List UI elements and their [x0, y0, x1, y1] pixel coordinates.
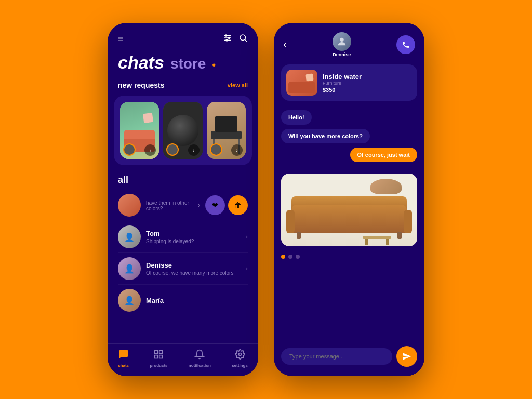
svg-point-13	[340, 38, 343, 42]
message-1: Hello!	[281, 110, 417, 129]
product-price: $350	[323, 87, 362, 93]
send-button[interactable]	[396, 346, 417, 367]
chat-preview-denisse: Of course, we have many more colors	[146, 270, 246, 276]
svg-rect-10	[155, 355, 158, 358]
nav-item-settings[interactable]: settings	[232, 349, 248, 368]
product-name: Inside water	[323, 73, 362, 81]
product-card[interactable]: Inside water Furniture $350	[281, 64, 417, 101]
heart-button[interactable]: ❤	[205, 195, 225, 215]
dots-indicator	[274, 250, 424, 261]
chats-title: chats	[118, 52, 164, 73]
chat-info-first: have them in other colors?	[146, 199, 198, 211]
new-requests-header: new requests view all	[108, 79, 258, 94]
nav-chats-icon	[118, 349, 129, 362]
product-info: Inside water Furniture $350	[323, 73, 362, 93]
request-avatar-3	[210, 143, 222, 156]
svg-line-7	[245, 39, 247, 42]
filter-icon[interactable]	[223, 33, 232, 45]
svg-rect-8	[155, 351, 158, 354]
chat-item-tom[interactable]: 👤 Tom Shipping is delayed? ›	[118, 221, 248, 253]
chat-info-denisse: Denisse Of course, we have many more col…	[146, 261, 246, 276]
sofa-image-card	[281, 174, 417, 246]
sofa-armrest-left	[286, 210, 295, 233]
nav-item-chats[interactable]: chats	[118, 349, 129, 368]
nav-products-label: products	[150, 363, 167, 368]
message-2: Will you have more colors?	[281, 129, 417, 148]
svg-point-12	[238, 353, 241, 356]
new-requests-title: new requests	[118, 81, 164, 89]
header-user: Dennise	[332, 32, 351, 57]
sofa-leg-left	[297, 232, 301, 239]
sofa-armrest-right	[404, 210, 412, 233]
chat-info-maria: María	[146, 297, 248, 304]
product-thumbnail	[286, 70, 317, 96]
all-title: all	[118, 175, 248, 185]
sofa-dog	[370, 179, 402, 194]
request-card-3[interactable]: ›	[207, 102, 246, 159]
request-chevron-3[interactable]: ›	[231, 144, 243, 156]
sofa-visual	[281, 174, 417, 246]
call-button[interactable]	[396, 35, 415, 54]
chat-avatar-denisse: 👤	[118, 257, 141, 280]
nav-settings-label: settings	[232, 363, 248, 368]
request-card-2[interactable]: ›	[163, 102, 202, 159]
nav-notification-icon	[194, 349, 205, 362]
svg-point-5	[226, 39, 228, 41]
chat-header: ‹ Dennise	[274, 23, 424, 62]
chat-item-denisse[interactable]: 👤 Denisse Of course, we have many more c…	[118, 253, 248, 285]
request-chevron-2[interactable]: ›	[188, 144, 200, 156]
request-card-1[interactable]: ›	[120, 102, 159, 159]
chat-name-maria: María	[146, 297, 248, 304]
view-all-link[interactable]: view all	[228, 82, 248, 88]
chat-actions: › ❤ 🗑	[198, 195, 248, 215]
chat-item-maria[interactable]: 👤 María	[118, 285, 248, 316]
message-input[interactable]	[281, 348, 392, 365]
chat-name-tom: Tom	[146, 230, 246, 237]
header-username: Dennise	[332, 52, 351, 57]
trash-button[interactable]: 🗑	[228, 195, 248, 215]
dot-3	[296, 255, 300, 259]
chat-avatar-tom: 👤	[118, 225, 141, 248]
input-area	[274, 341, 424, 376]
request-avatar-1	[123, 143, 136, 156]
chat-avatar-maria: 👤	[118, 289, 141, 312]
search-icon[interactable]	[238, 33, 248, 45]
chat-chevron-tom: ›	[246, 233, 248, 241]
back-icon[interactable]: ‹	[283, 38, 287, 51]
chat-chevron-denisse: ›	[246, 265, 248, 272]
top-bar-right-icons	[223, 33, 248, 45]
header-avatar	[332, 32, 351, 51]
svg-point-4	[229, 37, 230, 39]
sofa-body	[291, 205, 407, 233]
bottom-nav: chats products notificat	[108, 343, 258, 376]
chat-name-denisse: Denisse	[146, 261, 246, 269]
svg-point-6	[240, 35, 246, 41]
left-phone: ≡	[108, 23, 258, 376]
message-bubble-2: Will you have more colors?	[281, 129, 370, 143]
nav-notification-label: notification	[189, 363, 211, 368]
message-bubble-1: Hello!	[281, 110, 312, 125]
sofa-leg-right	[397, 232, 402, 239]
svg-rect-9	[159, 351, 163, 354]
side-table	[363, 236, 391, 239]
svg-point-3	[225, 35, 227, 36]
store-title[interactable]: store	[170, 56, 206, 72]
message-3: Of course, just wait	[281, 148, 417, 166]
nav-products-icon	[153, 349, 164, 362]
nav-item-notification[interactable]: notification	[189, 349, 211, 368]
svg-rect-11	[159, 355, 163, 358]
menu-icon[interactable]: ≡	[118, 34, 125, 45]
messages-area: Hello! Will you have more colors? Of cou…	[274, 107, 424, 169]
chat-item-first[interactable]: have them in other colors? › ❤ 🗑	[118, 190, 248, 221]
right-phone: ‹ Dennise Inside water	[274, 23, 424, 376]
message-bubble-3: Of course, just wait	[350, 148, 417, 162]
product-category: Furniture	[323, 81, 362, 86]
dot-1	[281, 255, 285, 259]
nav-chats-label: chats	[118, 363, 129, 368]
chat-info-tom: Tom Shipping is delayed?	[146, 230, 246, 244]
title-row: chats store •	[108, 50, 258, 79]
dot-2	[288, 255, 292, 259]
chat-preview-tom: Shipping is delayed?	[146, 238, 246, 244]
nav-item-products[interactable]: products	[150, 349, 167, 368]
chat-avatar-first	[118, 194, 141, 217]
